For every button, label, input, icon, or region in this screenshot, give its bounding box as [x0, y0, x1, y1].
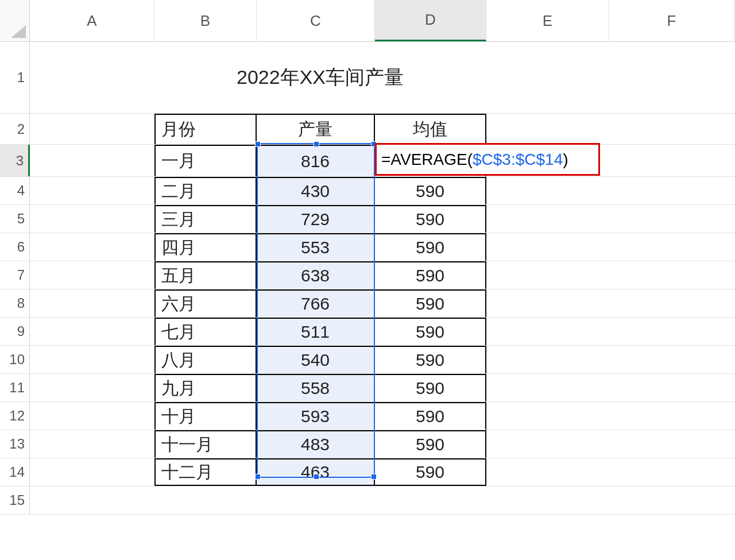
col-header-B[interactable]: B — [154, 0, 257, 41]
cell-D6[interactable]: 590 — [375, 233, 486, 261]
row-header-7[interactable]: 7 — [0, 261, 30, 289]
cell-C8[interactable]: 766 — [257, 289, 375, 317]
row-header-9[interactable]: 9 — [0, 318, 30, 345]
cell-A6[interactable] — [30, 233, 154, 261]
cell-D7[interactable]: 590 — [375, 261, 486, 289]
row-header-6[interactable]: 6 — [0, 233, 30, 261]
cell-B3[interactable]: 一月 — [154, 145, 257, 176]
cell-B14[interactable]: 十二月 — [154, 458, 257, 486]
cell-B9[interactable]: 七月 — [154, 318, 257, 345]
cell-A3[interactable] — [30, 145, 154, 176]
cell-B7[interactable]: 五月 — [154, 261, 257, 289]
cell-E12[interactable] — [486, 402, 609, 430]
cell-C6[interactable]: 553 — [257, 233, 375, 261]
row-header-1[interactable]: 1 — [0, 42, 30, 113]
row-header-10[interactable]: 10 — [0, 346, 30, 373]
cell-C4[interactable]: 430 — [257, 177, 375, 204]
cell-D9[interactable]: 590 — [375, 318, 486, 345]
cell-D13[interactable]: 590 — [375, 430, 486, 458]
cell-E5[interactable] — [486, 205, 609, 233]
cell-F1[interactable] — [609, 42, 734, 113]
cell-A8[interactable] — [30, 289, 154, 317]
cell-A2[interactable] — [30, 114, 154, 144]
cell-E2[interactable] — [486, 114, 609, 144]
cell-A4[interactable] — [30, 177, 154, 204]
cell-A7[interactable] — [30, 261, 154, 289]
row-header-5[interactable]: 5 — [0, 205, 30, 233]
cell-F2[interactable] — [609, 114, 734, 144]
cell-E11[interactable] — [486, 374, 609, 401]
cell-D2[interactable]: 均值 — [375, 114, 486, 144]
cell-A10[interactable] — [30, 346, 154, 373]
col-header-D[interactable]: D — [375, 0, 486, 41]
cell-D4[interactable]: 590 — [375, 177, 486, 204]
col-header-F[interactable]: F — [609, 0, 734, 41]
cell-F3[interactable] — [609, 145, 734, 176]
cell-C5[interactable]: 729 — [257, 205, 375, 233]
row-header-11[interactable]: 11 — [0, 374, 30, 401]
row-header-3[interactable]: 3 — [0, 145, 30, 176]
select-all-corner[interactable] — [0, 0, 30, 41]
cell-F12[interactable] — [609, 402, 734, 430]
cell-E10[interactable] — [486, 346, 609, 373]
cell-F7[interactable] — [609, 261, 734, 289]
cell-A5[interactable] — [30, 205, 154, 233]
cell-D12[interactable]: 590 — [375, 402, 486, 430]
cell-B4[interactable]: 二月 — [154, 177, 257, 204]
cell-C15[interactable] — [257, 486, 375, 514]
spreadsheet-grid[interactable]: A B C D E F 1 2022年XX车间产量 2 月份 产量 均值 3 — [0, 0, 735, 560]
cell-D14[interactable]: 590 — [375, 458, 486, 486]
cell-F10[interactable] — [609, 346, 734, 373]
row-header-15[interactable]: 15 — [0, 486, 30, 514]
cell-B5[interactable]: 三月 — [154, 205, 257, 233]
row-header-8[interactable]: 8 — [0, 289, 30, 317]
cell-E4[interactable] — [486, 177, 609, 204]
row-header-12[interactable]: 12 — [0, 402, 30, 430]
cell-A1[interactable] — [30, 42, 154, 113]
cell-F8[interactable] — [609, 289, 734, 317]
cell-C11[interactable]: 558 — [257, 374, 375, 401]
cell-B2[interactable]: 月份 — [154, 114, 257, 144]
cell-A13[interactable] — [30, 430, 154, 458]
row-header-14[interactable]: 14 — [0, 458, 30, 486]
cell-F13[interactable] — [609, 430, 734, 458]
cell-E13[interactable] — [486, 430, 609, 458]
cell-D10[interactable]: 590 — [375, 346, 486, 373]
col-header-A[interactable]: A — [30, 0, 154, 41]
cell-C9[interactable]: 511 — [257, 318, 375, 345]
cell-F14[interactable] — [609, 458, 734, 486]
cell-E8[interactable] — [486, 289, 609, 317]
cell-F6[interactable] — [609, 233, 734, 261]
cell-B12[interactable]: 十月 — [154, 402, 257, 430]
cell-F15[interactable] — [609, 486, 734, 514]
cell-C14[interactable]: 463 — [257, 458, 375, 486]
cell-A12[interactable] — [30, 402, 154, 430]
formula-editor-overlay[interactable]: =AVERAGE($C$3:$C$14) — [375, 143, 600, 176]
cell-B11[interactable]: 九月 — [154, 374, 257, 401]
cell-A14[interactable] — [30, 458, 154, 486]
cell-B8[interactable]: 六月 — [154, 289, 257, 317]
cell-D8[interactable]: 590 — [375, 289, 486, 317]
cell-E15[interactable] — [486, 486, 609, 514]
cell-F11[interactable] — [609, 374, 734, 401]
cell-D5[interactable]: 590 — [375, 205, 486, 233]
cell-A9[interactable] — [30, 318, 154, 345]
cell-E7[interactable] — [486, 261, 609, 289]
cell-C7[interactable]: 638 — [257, 261, 375, 289]
cell-E1[interactable] — [486, 42, 609, 113]
row-header-2[interactable]: 2 — [0, 114, 30, 144]
cell-A15[interactable] — [30, 486, 154, 514]
cell-D11[interactable]: 590 — [375, 374, 486, 401]
row-header-13[interactable]: 13 — [0, 430, 30, 458]
cell-E6[interactable] — [486, 233, 609, 261]
cell-C13[interactable]: 483 — [257, 430, 375, 458]
cell-B10[interactable]: 八月 — [154, 346, 257, 373]
cell-F4[interactable] — [609, 177, 734, 204]
cell-A11[interactable] — [30, 374, 154, 401]
cell-C10[interactable]: 540 — [257, 346, 375, 373]
cell-C3[interactable]: 816 — [257, 145, 375, 176]
cell-D15[interactable] — [375, 486, 486, 514]
cell-F9[interactable] — [609, 318, 734, 345]
cell-C12[interactable]: 593 — [257, 402, 375, 430]
cell-B6[interactable]: 四月 — [154, 233, 257, 261]
